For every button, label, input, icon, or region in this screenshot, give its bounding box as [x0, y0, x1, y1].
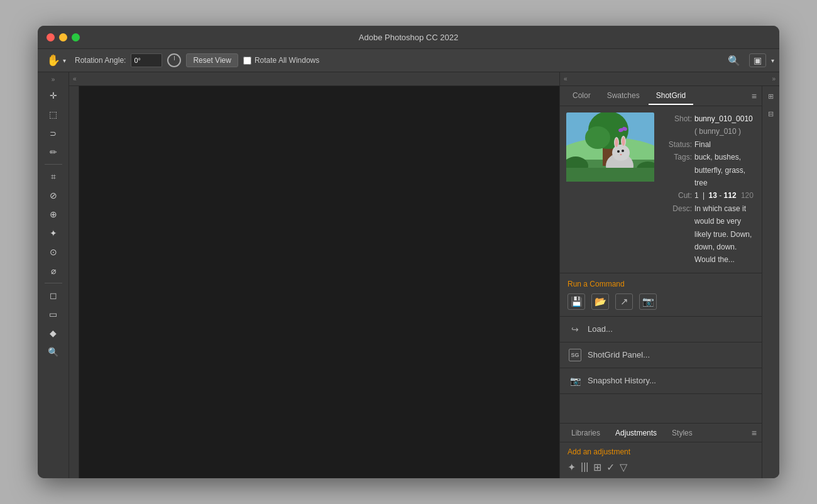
- shot-name-main: bunny_010_0010: [694, 114, 753, 123]
- shot-details: Shot: bunny_010_0010 ( bunny_010 ) Statu…: [662, 112, 755, 266]
- tags-label: Tags:: [662, 151, 692, 189]
- minimize-button[interactable]: [59, 33, 67, 41]
- panel-tab-menu-icon[interactable]: ≡: [752, 91, 757, 101]
- panel-chevron-icon[interactable]: ▾: [771, 57, 774, 64]
- tab-styles[interactable]: Styles: [666, 426, 699, 440]
- save-command-icon[interactable]: 💾: [568, 293, 585, 310]
- desc-value: In which case it would be very likely tr…: [694, 202, 755, 266]
- hand-tool-button[interactable]: ✋ ▾: [43, 52, 70, 69]
- rect-select-icon: ⬚: [49, 109, 57, 119]
- main-layout: » ✛ ⬚ ⊃ ✏ ⌗ ⊘ ⊕ ✦ ⊙ ⌀ ◻ ▭ ◆ 🔍 «: [38, 72, 779, 478]
- eraser-tool[interactable]: ◻: [43, 287, 63, 304]
- tab-libraries[interactable]: Libraries: [565, 426, 606, 440]
- smudge-icon: ⌀: [51, 266, 56, 276]
- panel-sidebar-icon-1[interactable]: ⊞: [764, 89, 779, 104]
- levels-adj-icon[interactable]: |||: [581, 461, 588, 473]
- export-command-icon[interactable]: ↗: [615, 293, 633, 310]
- tab-adjustments[interactable]: Adjustments: [609, 426, 663, 440]
- bottom-panel: Libraries Adjustments Styles ≡: [560, 423, 762, 478]
- bottom-panel-menu-icon[interactable]: ≡: [752, 428, 757, 438]
- commands-section: Run a Command 💾 📂 ↗: [560, 273, 762, 317]
- rotate-all-windows-checkbox[interactable]: [243, 57, 251, 65]
- panel-sidebar: ⊞ ⊟: [762, 86, 779, 478]
- canvas-content[interactable]: [79, 86, 559, 478]
- folder-command-icon[interactable]: 📂: [591, 293, 609, 310]
- desc-label: Desc:: [662, 202, 692, 266]
- lasso-icon: ⊃: [50, 129, 57, 138]
- cut-muted: 120: [741, 191, 754, 200]
- zoom-tool[interactable]: 🔍: [43, 343, 63, 361]
- lasso-tool[interactable]: ⊃: [43, 124, 63, 142]
- right-panel-inner: Color Swatches ShotGrid ≡: [560, 86, 779, 478]
- move-icon: ✛: [50, 90, 57, 101]
- svg-point-14: [617, 150, 620, 153]
- cut-bold-end: 112: [724, 191, 737, 200]
- select-rect-tool[interactable]: ⬚: [43, 106, 63, 123]
- heal-tool[interactable]: ⊕: [43, 205, 63, 223]
- shotgrid-panel-label: ShotGrid Panel...: [588, 350, 650, 359]
- folder-icon: 📂: [595, 296, 606, 307]
- svg-rect-19: [566, 168, 654, 182]
- shape-tool[interactable]: ▭: [43, 305, 63, 323]
- svg-point-13: [622, 137, 625, 146]
- cut-prefix: 1: [694, 191, 699, 200]
- gradient-adj-icon[interactable]: ▽: [620, 461, 627, 473]
- brightness-adj-icon[interactable]: ✦: [568, 461, 576, 473]
- canvas-collapse-arrows[interactable]: «: [73, 75, 77, 82]
- hand-tool-chevron: ▾: [63, 57, 66, 64]
- export-icon: ↗: [620, 296, 628, 307]
- panel-tabs-list: Color Swatches ShotGrid: [565, 87, 693, 105]
- eraser-icon: ◻: [50, 290, 57, 300]
- eyedropper-icon: ⊘: [50, 190, 57, 200]
- crop-tool[interactable]: ⌗: [43, 168, 63, 185]
- app-title: Adobe Photoshop CC 2022: [359, 33, 458, 42]
- rotate-all-windows-group: Rotate All Windows: [243, 56, 319, 65]
- right-panel: « » Color Swatches: [559, 72, 779, 478]
- shotgrid-panel: Shot: bunny_010_0010 ( bunny_010 ) Statu…: [560, 106, 762, 423]
- bottom-content: Add an adjustment ✦ ||| ⊞ ✓ ▽: [560, 442, 762, 478]
- tab-swatches[interactable]: Swatches: [600, 87, 647, 105]
- snapshot-item[interactable]: 📷 Snapshot History...: [560, 368, 762, 394]
- fullscreen-button[interactable]: [72, 33, 80, 41]
- close-button[interactable]: [47, 33, 55, 41]
- drop-tool[interactable]: ◆: [43, 324, 63, 342]
- move-tool[interactable]: ✛: [43, 87, 63, 104]
- cut-bold-start: 13: [709, 191, 717, 200]
- eyedropper-tool[interactable]: ⊘: [43, 187, 63, 204]
- right-panel-content: Color Swatches ShotGrid ≡: [560, 86, 762, 478]
- rotation-angle-input[interactable]: [131, 53, 162, 67]
- search-icon[interactable]: 🔍: [724, 53, 744, 68]
- tool-separator-2: [45, 283, 62, 283]
- reset-view-button[interactable]: Reset View: [186, 53, 238, 67]
- stamp-icon: ⊙: [50, 247, 57, 257]
- tags-value: buck, bushes, butterfly, grass, tree: [694, 151, 755, 189]
- shot-thumbnail: [566, 112, 654, 182]
- shotgrid-panel-item[interactable]: SG ShotGrid Panel...: [560, 342, 762, 368]
- smudge-tool[interactable]: ⌀: [43, 262, 63, 280]
- pencil-tool[interactable]: ✏: [43, 143, 63, 161]
- tool-separator-1: [45, 164, 62, 165]
- camera-command-icon[interactable]: 📷: [639, 293, 657, 310]
- status-label: Status:: [662, 138, 692, 151]
- stamp-tool[interactable]: ⊙: [43, 243, 63, 261]
- zoom-icon: 🔍: [48, 347, 58, 357]
- panel-arrangement-icon[interactable]: ▣: [749, 53, 766, 67]
- load-item[interactable]: ↪ Load...: [560, 317, 762, 342]
- tab-color[interactable]: Color: [565, 87, 598, 105]
- tab-shotgrid[interactable]: ShotGrid: [649, 87, 693, 105]
- shot-label: Shot:: [662, 112, 692, 138]
- brush-icon: ✦: [50, 228, 57, 238]
- shot-image: [566, 112, 654, 182]
- panel-sidebar-icon-2[interactable]: ⊟: [764, 106, 779, 121]
- hand-icon: ✋: [47, 53, 60, 67]
- left-toolbar-collapse[interactable]: »: [52, 76, 55, 83]
- right-panel-collapse-right[interactable]: »: [772, 75, 776, 82]
- left-toolbar: » ✛ ⬚ ⊃ ✏ ⌗ ⊘ ⊕ ✦ ⊙ ⌀ ◻ ▭ ◆ 🔍: [38, 72, 69, 478]
- right-panel-collapse-left[interactable]: «: [564, 75, 568, 82]
- main-toolbar: ✋ ▾ Rotation Angle: Reset View Rotate Al…: [38, 48, 779, 72]
- hsl-adj-icon[interactable]: ✓: [606, 461, 615, 473]
- curves-adj-icon[interactable]: ⊞: [593, 461, 601, 473]
- shot-tags-row: Tags: buck, bushes, butterfly, grass, tr…: [662, 151, 755, 189]
- commands-title: Run a Command: [568, 280, 754, 288]
- brush-tool[interactable]: ✦: [43, 224, 63, 242]
